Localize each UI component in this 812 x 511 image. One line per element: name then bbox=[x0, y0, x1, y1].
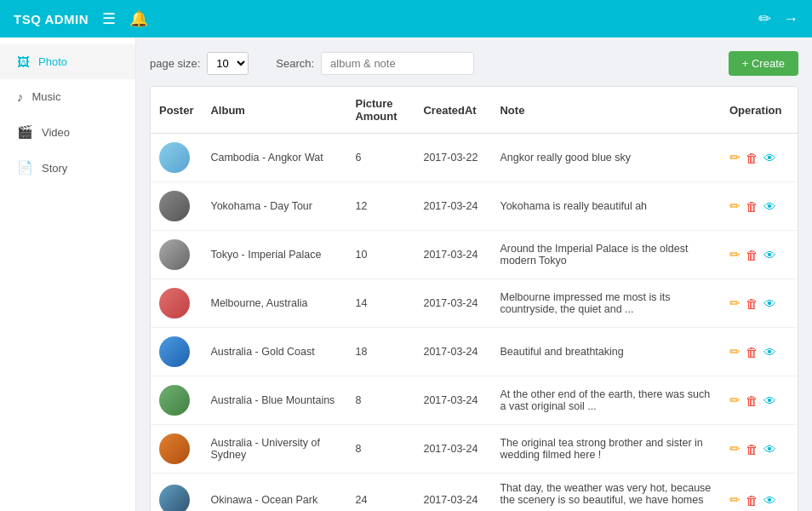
edit-icon[interactable]: ✏ bbox=[729, 441, 741, 456]
toolbar: page size: 10 20 50 Search: + Create bbox=[150, 51, 798, 76]
cell-album: Australia - Gold Coast bbox=[202, 328, 346, 376]
operation-icons: ✏ 🗑 👁 bbox=[729, 198, 789, 214]
bell-icon[interactable]: 🔔 bbox=[129, 9, 148, 28]
sidebar-item-photo[interactable]: 🖼 Photo bbox=[0, 44, 135, 79]
delete-icon[interactable]: 🗑 bbox=[746, 151, 758, 165]
cell-album: Melbourne, Australia bbox=[202, 279, 346, 328]
music-icon: ♪ bbox=[17, 89, 24, 104]
view-icon[interactable]: 👁 bbox=[763, 151, 776, 165]
operation-icons: ✏ 🗑 👁 bbox=[729, 492, 789, 508]
delete-icon[interactable]: 🗑 bbox=[746, 248, 758, 262]
video-icon: 🎬 bbox=[17, 124, 33, 140]
table-row: Australia - University of Sydney 8 2017-… bbox=[151, 425, 798, 474]
col-header-poster: Poster bbox=[151, 87, 202, 134]
cell-created: 2017-03-24 bbox=[415, 231, 491, 279]
main-layout: 🖼 Photo ♪ Music 🎬 Video 📄 Story page siz… bbox=[0, 37, 812, 511]
view-icon[interactable]: 👁 bbox=[763, 345, 776, 359]
cell-poster bbox=[151, 328, 202, 376]
edit-icon[interactable]: ✏ bbox=[729, 198, 741, 214]
cell-created: 2017-03-24 bbox=[415, 182, 491, 231]
operation-icons: ✏ 🗑 👁 bbox=[729, 296, 789, 311]
cell-poster bbox=[151, 425, 202, 474]
photo-icon: 🖼 bbox=[17, 55, 30, 69]
sidebar: 🖼 Photo ♪ Music 🎬 Video 📄 Story bbox=[0, 37, 136, 511]
sidebar-item-video[interactable]: 🎬 Video bbox=[0, 114, 135, 150]
cell-album: Australia - Blue Mountains bbox=[202, 376, 346, 425]
delete-icon[interactable]: 🗑 bbox=[746, 199, 758, 214]
edit-nav-icon[interactable]: ✏ bbox=[758, 9, 771, 28]
logout-icon[interactable]: → bbox=[783, 10, 798, 28]
page-size-label: page size: bbox=[150, 57, 200, 70]
edit-icon[interactable]: ✏ bbox=[729, 296, 741, 311]
cell-created: 2017-03-24 bbox=[415, 474, 491, 512]
poster-avatar bbox=[159, 142, 190, 173]
cell-amount: 12 bbox=[346, 182, 415, 231]
poster-avatar bbox=[159, 288, 190, 319]
nav-right: ✏ → bbox=[758, 9, 798, 28]
cell-operation: ✏ 🗑 👁 bbox=[721, 231, 798, 279]
delete-icon[interactable]: 🗑 bbox=[746, 345, 758, 359]
cell-album: Tokyo - Imperial Palace bbox=[202, 231, 346, 279]
delete-icon[interactable]: 🗑 bbox=[746, 393, 758, 408]
cell-amount: 24 bbox=[346, 474, 415, 512]
col-header-note: Note bbox=[491, 87, 721, 134]
search-label: Search: bbox=[276, 57, 314, 70]
menu-icon[interactable]: ☰ bbox=[102, 9, 116, 28]
cell-operation: ✏ 🗑 👁 bbox=[721, 425, 798, 474]
poster-avatar bbox=[159, 336, 190, 367]
sidebar-label-video: Video bbox=[42, 126, 70, 139]
cell-amount: 10 bbox=[346, 231, 415, 279]
view-icon[interactable]: 👁 bbox=[763, 493, 776, 508]
cell-operation: ✏ 🗑 👁 bbox=[721, 328, 798, 376]
table-row: Australia - Gold Coast 18 2017-03-24 Bea… bbox=[151, 328, 798, 376]
poster-avatar bbox=[159, 433, 190, 464]
cell-operation: ✏ 🗑 👁 bbox=[721, 134, 798, 182]
cell-created: 2017-03-24 bbox=[415, 376, 491, 425]
poster-avatar bbox=[159, 385, 190, 416]
edit-icon[interactable]: ✏ bbox=[729, 393, 741, 408]
edit-icon[interactable]: ✏ bbox=[729, 150, 741, 165]
table-row: Okinawa - Ocean Park 24 2017-03-24 That … bbox=[151, 474, 798, 512]
cell-note: Yokohama is really beautiful ah bbox=[491, 182, 721, 231]
view-icon[interactable]: 👁 bbox=[763, 393, 776, 408]
nav-left: TSQ ADMIN ☰ 🔔 bbox=[14, 9, 148, 28]
cell-amount: 18 bbox=[346, 328, 415, 376]
cell-album: Okinawa - Ocean Park bbox=[202, 474, 346, 512]
cell-note: Beautiful and breathtaking bbox=[491, 328, 721, 376]
delete-icon[interactable]: 🗑 bbox=[746, 442, 758, 456]
view-icon[interactable]: 👁 bbox=[763, 199, 776, 214]
sidebar-label-photo: Photo bbox=[38, 55, 67, 68]
cell-created: 2017-03-22 bbox=[415, 134, 491, 182]
view-icon[interactable]: 👁 bbox=[763, 442, 776, 456]
view-icon[interactable]: 👁 bbox=[763, 248, 776, 262]
cell-poster bbox=[151, 134, 202, 182]
operation-icons: ✏ 🗑 👁 bbox=[729, 441, 789, 456]
cell-created: 2017-03-24 bbox=[415, 279, 491, 328]
sidebar-item-music[interactable]: ♪ Music bbox=[0, 79, 135, 114]
table-row: Australia - Blue Mountains 8 2017-03-24 … bbox=[151, 376, 798, 425]
view-icon[interactable]: 👁 bbox=[763, 296, 776, 311]
delete-icon[interactable]: 🗑 bbox=[746, 296, 758, 311]
table-row: Tokyo - Imperial Palace 10 2017-03-24 Ar… bbox=[151, 231, 798, 279]
page-size-select[interactable]: 10 20 50 bbox=[207, 52, 249, 75]
poster-avatar bbox=[159, 485, 190, 511]
table-row: Melbourne, Australia 14 2017-03-24 Melbo… bbox=[151, 279, 798, 328]
search-input[interactable] bbox=[321, 52, 474, 75]
edit-icon[interactable]: ✏ bbox=[729, 247, 741, 262]
cell-operation: ✏ 🗑 👁 bbox=[721, 474, 798, 512]
delete-icon[interactable]: 🗑 bbox=[746, 493, 758, 508]
app-title: TSQ ADMIN bbox=[14, 12, 89, 26]
sidebar-label-music: Music bbox=[32, 90, 61, 103]
cell-note: At the other end of the earth, there was… bbox=[491, 376, 721, 425]
story-icon: 📄 bbox=[17, 160, 33, 175]
cell-poster bbox=[151, 474, 202, 512]
col-header-operation: Operation bbox=[721, 87, 798, 134]
sidebar-item-story[interactable]: 📄 Story bbox=[0, 150, 135, 186]
edit-icon[interactable]: ✏ bbox=[729, 492, 741, 508]
cell-album: Cambodia - Angkor Wat bbox=[202, 134, 346, 182]
col-header-amount: Picture Amount bbox=[346, 87, 415, 134]
edit-icon[interactable]: ✏ bbox=[729, 344, 741, 359]
cell-created: 2017-03-24 bbox=[415, 328, 491, 376]
create-button[interactable]: + Create bbox=[729, 51, 798, 76]
table-row: Cambodia - Angkor Wat 6 2017-03-22 Angko… bbox=[151, 134, 798, 182]
